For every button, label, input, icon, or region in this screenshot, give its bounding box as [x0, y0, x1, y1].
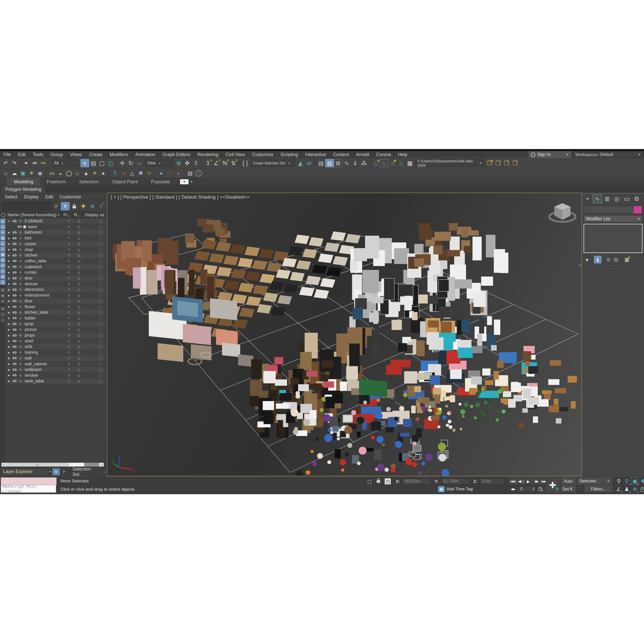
layer-row-window[interactable]: ▶≋window❄♨▢	[6, 373, 105, 378]
renderable-icon[interactable]: ♨	[74, 305, 84, 309]
select-and-rotate-icon[interactable]: ↻	[127, 159, 135, 167]
create-selection-set-dropdown[interactable]: Create Selection Set▼	[251, 160, 295, 167]
layer-row-props[interactable]: ▶≋props❄♨▢	[6, 333, 105, 338]
freeze-icon[interactable]: ❄	[64, 276, 74, 280]
visibility-eye-icon[interactable]	[13, 317, 17, 319]
sign-in-button[interactable]: Sign In ▼	[529, 151, 571, 158]
renderable-icon[interactable]: ♨	[74, 373, 84, 378]
column-name[interactable]: Name (Sorted Ascending)	[8, 212, 57, 218]
y-coordinate-field[interactable]: 51,759m	[441, 478, 469, 485]
visibility-eye-icon[interactable]	[13, 289, 17, 291]
utilities-tab-icon[interactable]: ⚙	[632, 194, 641, 204]
layer-name[interactable]: carpet	[25, 242, 36, 246]
toggle-ribbon-icon[interactable]: ▦	[325, 159, 334, 167]
layer-row-coffee-table[interactable]: ▶≋coffee_table❄♨▢	[6, 258, 105, 264]
z-coordinate-field[interactable]: 0,0m	[480, 478, 504, 485]
menu-customize[interactable]: Customize	[248, 151, 277, 158]
sun-icon[interactable]: ☀	[90, 170, 99, 177]
display-as-box-icon[interactable]: ▢	[98, 327, 104, 332]
menu-create[interactable]: Create	[86, 151, 106, 158]
visibility-eye-icon[interactable]	[13, 380, 17, 382]
select-and-scale-icon[interactable]: ▱	[135, 159, 144, 167]
layer-name[interactable]: bed	[25, 236, 31, 240]
freeze-icon[interactable]: ❄	[64, 282, 74, 286]
render-setup-icon[interactable]: ♨⚙	[371, 159, 380, 167]
layer-name[interactable]: cupboard	[25, 265, 42, 269]
filter-icon[interactable]: ▼	[61, 202, 69, 210]
display-as-box-icon[interactable]: ▢	[98, 379, 104, 383]
expand-arrow-icon[interactable]: ▶	[7, 334, 11, 337]
isolate-selection-icon[interactable]: ▢	[366, 478, 373, 485]
ribbon-tab-modeling[interactable]: Modeling	[7, 178, 40, 186]
maximize-viewport-icon[interactable]: ◳	[639, 485, 644, 493]
visibility-eye-icon[interactable]	[13, 300, 17, 302]
display-as-box-icon[interactable]: ▢	[98, 299, 104, 303]
add-time-tag[interactable]: ▣ Add Time Tag	[438, 486, 473, 492]
renderable-icon[interactable]: ♨	[74, 219, 84, 223]
menu-edit[interactable]: Edit	[42, 194, 56, 200]
renderable-icon[interactable]: ♨	[74, 225, 84, 229]
render-production-icon[interactable]: ♨⚡	[388, 159, 397, 167]
view-cube[interactable]	[547, 199, 578, 226]
renderable-icon[interactable]: ♨	[74, 339, 84, 343]
visibility-eye-icon[interactable]	[13, 346, 17, 348]
create-tab-icon[interactable]: +	[583, 194, 592, 204]
expand-arrow-icon[interactable]: ▶	[7, 260, 11, 262]
menu-modifiers[interactable]: Modifiers	[106, 151, 132, 158]
overflow-chevron-icon[interactable]: »	[104, 470, 106, 474]
search-input[interactable]	[2, 202, 51, 210]
zoom-all-icon[interactable]: ⚲	[623, 477, 631, 485]
display-as-box-icon[interactable]: ▢	[98, 333, 104, 338]
key-filter-icon[interactable]: ∵	[578, 486, 581, 491]
zoom-icon[interactable]: ⚲	[615, 477, 623, 485]
corona-sphere-icon[interactable]: ●	[157, 170, 165, 177]
walk-through-icon[interactable]: ♟	[623, 485, 631, 493]
layer-row-training[interactable]: ▶≋training❄♨▢	[6, 350, 105, 355]
layer-name[interactable]: training	[25, 350, 38, 355]
menu-select[interactable]: Select	[2, 194, 21, 200]
display-as-box-icon[interactable]: ▢	[98, 339, 104, 343]
display-as-box-icon[interactable]: ▢	[98, 265, 104, 269]
visibility-eye-icon[interactable]	[13, 340, 17, 342]
visibility-eye-icon[interactable]	[13, 266, 17, 268]
expand-arrow-icon[interactable]: ▶	[7, 323, 11, 325]
expand-arrow-icon[interactable]: ▶	[7, 288, 11, 291]
layer-row-chair[interactable]: ▶≋chair❄♨▢	[6, 247, 105, 253]
freeze-icon[interactable]: ❄	[64, 310, 74, 315]
display-as-box-icon[interactable]: ▢	[98, 242, 104, 246]
lightmix-grid-icon[interactable]: ⠿	[111, 170, 119, 177]
layer-name[interactable]: entertainment	[25, 293, 49, 298]
layer-name[interactable]: wallpaper	[25, 367, 42, 372]
freeze-icon[interactable]: ❄	[64, 259, 74, 263]
layer-name[interactable]: electronics	[25, 287, 44, 292]
dome-light-icon[interactable]: ◒	[56, 170, 65, 177]
scatter-icon[interactable]: △	[128, 170, 136, 177]
freeze-icon[interactable]: ❄	[64, 373, 74, 378]
particle-view-icon[interactable]: ⁂	[360, 159, 368, 167]
layer-name[interactable]: floor	[25, 299, 32, 303]
filters-button[interactable]: Filters...	[585, 485, 612, 493]
layer-row-curtain[interactable]: ▶≋curtain❄♨▢	[6, 270, 105, 275]
renderable-icon[interactable]: ♨	[74, 282, 84, 286]
ribbon-tab-object-paint[interactable]: Object Paint	[105, 178, 145, 186]
freeze-icon[interactable]: ❄	[64, 344, 74, 349]
corona-proxy-icon[interactable]: ●	[174, 170, 183, 177]
layer-row-carpet[interactable]: ▶≋carpet❄♨▢	[6, 241, 105, 247]
freeze-icon[interactable]: ❄	[64, 362, 74, 366]
sphere-light-icon[interactable]: ●	[99, 170, 108, 177]
renderable-icon[interactable]: ♨	[74, 356, 84, 361]
freeze-icon[interactable]: ❄	[64, 293, 74, 298]
expand-arrow-icon[interactable]: ▶	[7, 242, 11, 245]
next-frame-button[interactable]: ▮▶	[533, 478, 540, 485]
teapot-icon[interactable]: ♨	[2, 170, 10, 177]
scrollbar-thumb[interactable]: III	[6, 463, 69, 467]
display-as-box-icon[interactable]: ▢	[98, 230, 104, 235]
layer-mode-button[interactable]: ≋	[52, 468, 60, 475]
rendered-frame-window-icon[interactable]: ♨	[380, 159, 388, 167]
toggle-scene-explorer-icon[interactable]: ▤	[317, 159, 325, 167]
ribbon-tab-freeform[interactable]: Freeform	[40, 178, 73, 186]
project-folder-dropdown[interactable]: C:\Users\10\Documents\3ds Max 2020▼	[415, 160, 484, 167]
renderable-icon[interactable]: ♨	[74, 327, 84, 332]
visibility-eye-icon[interactable]	[13, 254, 17, 257]
display-as-box-icon[interactable]: ▢	[98, 350, 104, 355]
